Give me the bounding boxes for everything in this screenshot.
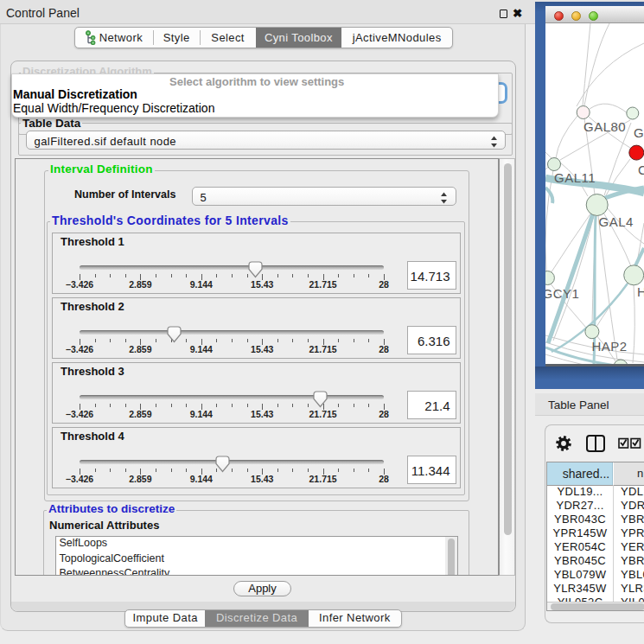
svg-text:HAP2: HAP2 xyxy=(592,339,628,354)
svg-text:GCY1: GCY1 xyxy=(545,286,579,301)
svg-text:GA: GA xyxy=(634,125,644,140)
svg-text:GAL11: GAL11 xyxy=(554,170,596,185)
svg-text:C: C xyxy=(638,163,644,177)
svg-text:H: H xyxy=(637,284,644,299)
svg-text:GAL4: GAL4 xyxy=(599,214,634,229)
svg-text:GAL80: GAL80 xyxy=(583,119,626,134)
